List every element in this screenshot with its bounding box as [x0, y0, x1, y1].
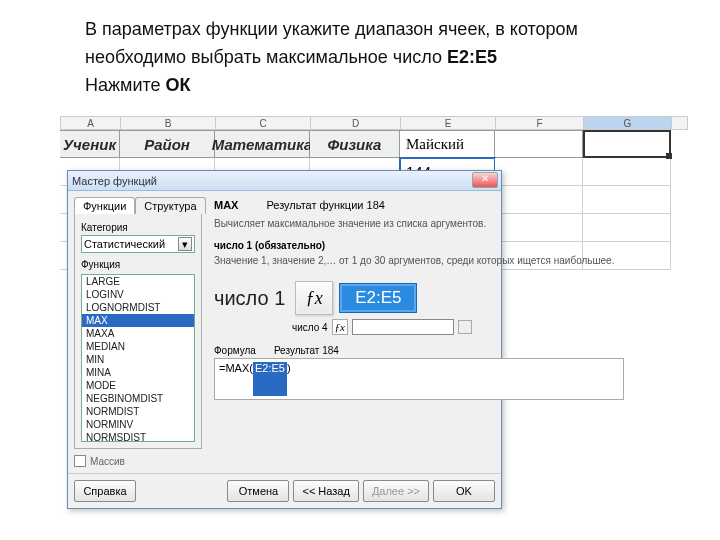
fx-icon[interactable]: ƒx [332, 319, 348, 335]
func-name: MAX [214, 199, 238, 211]
func-description: Вычисляет максимальное значение из списк… [214, 217, 624, 230]
func-item[interactable]: NORMDIST [82, 405, 194, 418]
cell-g1[interactable] [583, 130, 671, 158]
function-wizard-dialog: Мастер функций ✕ Функции Структура Катег… [67, 170, 502, 509]
cell-f1[interactable] [495, 130, 583, 158]
func-item[interactable]: MINA [82, 366, 194, 379]
func-item[interactable]: MODE [82, 379, 194, 392]
header-district[interactable]: Район [120, 130, 215, 158]
range-picker-icon[interactable] [458, 320, 472, 334]
category-select[interactable]: Статистический ▾ [81, 235, 195, 253]
arg4-input[interactable] [352, 319, 454, 335]
col-header-c[interactable]: C [216, 117, 311, 129]
close-icon[interactable]: ✕ [472, 172, 498, 188]
formula-label: Формула [214, 345, 256, 356]
instructions-text: В параметрах функции укажите диапазон яч… [0, 0, 720, 108]
func-item[interactable]: NORMSDIST [82, 431, 194, 442]
result-label: Результат функции 184 [266, 199, 384, 211]
ok-button[interactable]: OK [433, 480, 495, 502]
next-button[interactable]: Далее >> [363, 480, 429, 502]
header-row: Ученик Район Математика Физика Майский [60, 130, 688, 158]
col-header-e[interactable]: E [401, 117, 496, 129]
func-item[interactable]: MEDIAN [82, 340, 194, 353]
category-label: Категория [81, 222, 195, 233]
func-item[interactable]: LOGINV [82, 288, 194, 301]
fx-button[interactable]: ƒx [295, 281, 333, 315]
range-input[interactable]: E2:E5 [339, 283, 417, 313]
col-header-d[interactable]: D [311, 117, 401, 129]
chevron-down-icon: ▾ [178, 237, 192, 251]
func-item[interactable]: LARGE [82, 275, 194, 288]
tab-functions[interactable]: Функции [74, 197, 135, 214]
result2-label: Результат 184 [274, 345, 339, 356]
col-header-f[interactable]: F [496, 117, 584, 129]
header-physics[interactable]: Физика [310, 130, 400, 158]
small-arg-label: число 4 [292, 322, 328, 333]
func-item[interactable]: LOGNORMDIST [82, 301, 194, 314]
help-button[interactable]: Справка [74, 480, 136, 502]
cancel-button[interactable]: Отмена [227, 480, 289, 502]
func-item[interactable]: NORMINV [82, 418, 194, 431]
func-item[interactable]: MAXA [82, 327, 194, 340]
arg-required: число 1 (обязательно) [214, 240, 624, 251]
dialog-title: Мастер функций [72, 175, 157, 187]
back-button[interactable]: << Назад [293, 480, 358, 502]
col-header-b[interactable]: B [121, 117, 216, 129]
formula-textarea[interactable]: =MAX(E2:E5) [214, 358, 624, 400]
dialog-titlebar[interactable]: Мастер функций ✕ [68, 171, 501, 191]
header-math[interactable]: Математика [215, 130, 310, 158]
col-header-a[interactable]: A [61, 117, 121, 129]
column-headers: A B C D E F G [60, 116, 688, 130]
arg-label: число 1 [214, 287, 285, 310]
func-item-selected[interactable]: MAX [82, 314, 194, 327]
header-student[interactable]: Ученик [60, 130, 120, 158]
func-item[interactable]: NEGBINOMDIST [82, 392, 194, 405]
array-checkbox[interactable] [74, 455, 86, 467]
cell-e1[interactable]: Майский [400, 130, 495, 158]
tab-structure[interactable]: Структура [135, 197, 205, 214]
col-header-g[interactable]: G [584, 117, 672, 129]
function-list[interactable]: LARGE LOGINV LOGNORMDIST MAX MAXA MEDIAN… [81, 274, 195, 442]
array-label: Массив [90, 456, 125, 467]
arg-hint: Значение 1, значение 2,… от 1 до 30 аргу… [214, 254, 624, 267]
func-item[interactable]: MIN [82, 353, 194, 366]
function-label: Функция [81, 259, 195, 270]
